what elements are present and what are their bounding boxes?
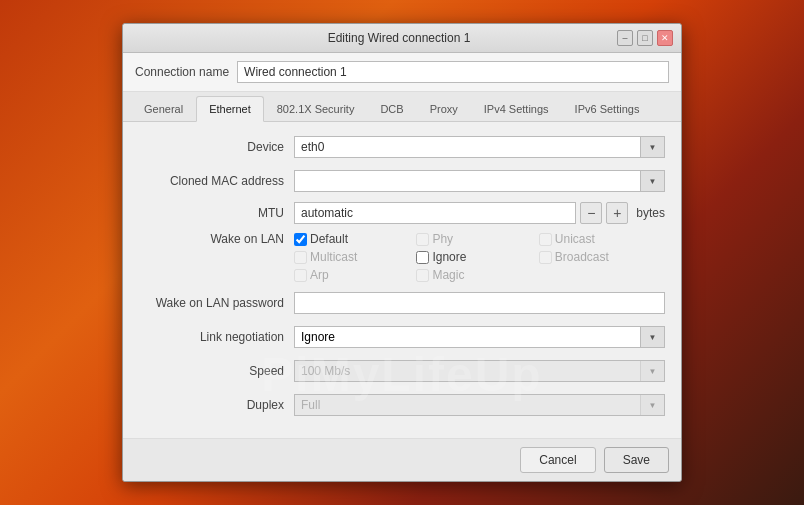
window-controls: – □ ✕ <box>617 30 673 46</box>
wake-default: Default <box>294 232 416 246</box>
connection-name-input[interactable] <box>237 61 669 83</box>
connection-name-label: Connection name <box>135 65 229 79</box>
speed-label: Speed <box>139 364 294 378</box>
wake-multicast: Multicast <box>294 250 416 264</box>
device-label: Device <box>139 140 294 154</box>
speed-arrow: ▼ <box>640 361 664 381</box>
wake-arp-label: Arp <box>310 268 329 282</box>
wake-magic-checkbox[interactable] <box>416 269 429 282</box>
wake-unicast-checkbox[interactable] <box>539 233 552 246</box>
wake-password-label: Wake on LAN password <box>139 296 294 310</box>
speed-select: 100 Mb/s 10 Mb/s 1000 Mb/s <box>295 361 640 381</box>
close-button[interactable]: ✕ <box>657 30 673 46</box>
mtu-row: MTU − + bytes <box>139 202 665 224</box>
wake-magic-label: Magic <box>432 268 464 282</box>
mtu-input-group: − + bytes <box>294 202 665 224</box>
device-input-group: ▼ <box>294 136 665 158</box>
link-negotiation-dropdown: Ignore Automatic Manual ▼ <box>294 326 665 348</box>
cloned-mac-dropdown-arrow[interactable]: ▼ <box>640 171 664 191</box>
cloned-mac-label: Cloned MAC address <box>139 174 294 188</box>
wake-multicast-checkbox[interactable] <box>294 251 307 264</box>
wake-broadcast: Broadcast <box>539 250 661 264</box>
speed-dropdown: 100 Mb/s 10 Mb/s 1000 Mb/s ▼ <box>294 360 665 382</box>
mtu-label: MTU <box>139 206 294 220</box>
wake-ignore-checkbox[interactable] <box>416 251 429 264</box>
wake-ignore: Ignore <box>416 250 538 264</box>
title-bar: Editing Wired connection 1 – □ ✕ <box>123 24 681 53</box>
tab-dcb[interactable]: DCB <box>367 96 416 121</box>
speed-row: Speed 100 Mb/s 10 Mb/s 1000 Mb/s ▼ <box>139 358 665 384</box>
wake-on-lan-row: Wake on LAN Default Phy Unicast <box>139 232 665 282</box>
device-dropdown-arrow[interactable]: ▼ <box>640 137 664 157</box>
device-input[interactable] <box>295 137 640 157</box>
wake-multicast-label: Multicast <box>310 250 357 264</box>
save-button[interactable]: Save <box>604 447 669 473</box>
wake-phy-checkbox[interactable] <box>416 233 429 246</box>
editing-dialog: Editing Wired connection 1 – □ ✕ Connect… <box>122 23 682 482</box>
wake-broadcast-label: Broadcast <box>555 250 609 264</box>
mtu-input[interactable] <box>294 202 576 224</box>
wake-default-label[interactable]: Default <box>310 232 348 246</box>
wake-ignore-label[interactable]: Ignore <box>432 250 466 264</box>
duplex-arrow: ▼ <box>640 395 664 415</box>
wake-on-lan-label: Wake on LAN <box>139 232 294 246</box>
mtu-bytes-label: bytes <box>636 206 665 220</box>
cloned-mac-input-group: ▼ <box>294 170 665 192</box>
maximize-button[interactable]: □ <box>637 30 653 46</box>
wake-arp: Arp <box>294 268 416 282</box>
tab-general[interactable]: General <box>131 96 196 121</box>
wake-magic: Magic <box>416 268 538 282</box>
dialog-title: Editing Wired connection 1 <box>181 31 617 45</box>
wake-password-input[interactable] <box>294 292 665 314</box>
wake-default-checkbox[interactable] <box>294 233 307 246</box>
tab-proxy[interactable]: Proxy <box>417 96 471 121</box>
wake-unicast-label: Unicast <box>555 232 595 246</box>
dialog-footer: Cancel Save <box>123 438 681 481</box>
wake-unicast: Unicast <box>539 232 661 246</box>
link-negotiation-arrow[interactable]: ▼ <box>640 327 664 347</box>
mtu-minus-button[interactable]: − <box>580 202 602 224</box>
tab-802-1x[interactable]: 802.1X Security <box>264 96 368 121</box>
wake-phy-label: Phy <box>432 232 453 246</box>
tab-ipv4[interactable]: IPv4 Settings <box>471 96 562 121</box>
mtu-plus-button[interactable]: + <box>606 202 628 224</box>
wake-arp-checkbox[interactable] <box>294 269 307 282</box>
tab-content: Device ▼ Cloned MAC address ▼ MTU <box>123 122 681 438</box>
tab-bar: General Ethernet 802.1X Security DCB Pro… <box>123 92 681 122</box>
duplex-dropdown: Full Half ▼ <box>294 394 665 416</box>
tab-ipv6[interactable]: IPv6 Settings <box>562 96 653 121</box>
tab-ethernet[interactable]: Ethernet <box>196 96 264 122</box>
link-negotiation-label: Link negotiation <box>139 330 294 344</box>
cloned-mac-row: Cloned MAC address ▼ <box>139 168 665 194</box>
minimize-button[interactable]: – <box>617 30 633 46</box>
link-negotiation-select[interactable]: Ignore Automatic Manual <box>295 327 640 347</box>
link-negotiation-row: Link negotiation Ignore Automatic Manual… <box>139 324 665 350</box>
cancel-button[interactable]: Cancel <box>520 447 595 473</box>
connection-name-row: Connection name <box>123 53 681 92</box>
wake-broadcast-checkbox[interactable] <box>539 251 552 264</box>
cloned-mac-input[interactable] <box>295 171 640 191</box>
duplex-label: Duplex <box>139 398 294 412</box>
duplex-row: Duplex Full Half ▼ <box>139 392 665 418</box>
wake-password-row: Wake on LAN password <box>139 290 665 316</box>
wake-checkboxes: Default Phy Unicast Multicast <box>294 232 665 282</box>
device-row: Device ▼ <box>139 134 665 160</box>
duplex-select: Full Half <box>295 395 640 415</box>
wake-phy: Phy <box>416 232 538 246</box>
